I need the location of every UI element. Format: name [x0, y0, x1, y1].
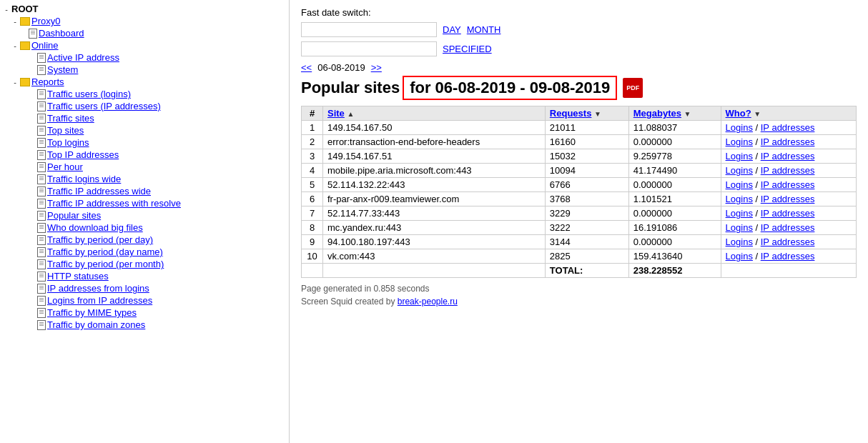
date-input-1[interactable]	[301, 22, 437, 37]
requests-sort-link[interactable]: Requests	[550, 108, 592, 119]
proxy-label[interactable]: Proxy0	[31, 16, 60, 26]
row-num: 7	[302, 206, 323, 221]
sidebar-item-traffic-sites[interactable]: Traffic sites	[0, 112, 289, 124]
sidebar-item-top-ip[interactable]: Top IP addresses	[0, 149, 289, 161]
sidebar-label[interactable]: IP addresses from logins	[47, 283, 149, 294]
specified-link[interactable]: SPECIFIED	[443, 44, 492, 54]
ip-addresses-link[interactable]: IP addresses	[761, 251, 815, 262]
sidebar-item-http-statuses[interactable]: HTTP statuses	[0, 270, 289, 282]
ip-addresses-link[interactable]: IP addresses	[761, 237, 815, 247]
sidebar-label[interactable]: Who download big files	[47, 222, 143, 233]
logins-link[interactable]: Logins	[726, 122, 753, 133]
ip-addresses-link[interactable]: IP addresses	[761, 151, 815, 161]
sidebar-label[interactable]: Traffic by period (per day)	[47, 234, 153, 245]
sidebar-item-active-ip[interactable]: Active IP address	[0, 51, 289, 64]
sidebar-item-traffic-period-day[interactable]: Traffic by period (per day)	[0, 234, 289, 246]
sidebar-item-system[interactable]: System	[0, 64, 289, 76]
logins-link[interactable]: Logins	[726, 165, 753, 176]
sidebar-label[interactable]: Traffic users (logins)	[47, 89, 131, 99]
logins-link[interactable]: Logins	[726, 208, 753, 219]
sidebar-label[interactable]: Traffic IP addresses wide	[47, 186, 151, 196]
month-link[interactable]: MONTH	[467, 24, 501, 35]
sidebar-label[interactable]: Traffic by period (per month)	[47, 259, 164, 269]
prev-link[interactable]: <<	[301, 62, 312, 73]
sidebar-label[interactable]: Traffic by period (day name)	[47, 247, 163, 257]
date-input-2[interactable]	[301, 41, 437, 56]
sidebar-item-traffic-users-logins[interactable]: Traffic users (logins)	[0, 88, 289, 100]
sidebar-item-domain-zones[interactable]: Traffic by domain zones	[0, 319, 289, 331]
root-label[interactable]: ROOT	[11, 4, 39, 14]
sidebar-label[interactable]: Traffic users (IP addresses)	[47, 101, 161, 111]
col-requests[interactable]: Requests ▼	[545, 106, 628, 121]
sidebar-item-traffic-ip-resolve[interactable]: Traffic IP addresses with resolve	[0, 197, 289, 209]
sidebar-item-online[interactable]: - Online	[0, 39, 289, 51]
sidebar-label[interactable]: Online	[31, 40, 59, 51]
sidebar-item-proxy[interactable]: - Proxy0	[0, 15, 289, 27]
sidebar-label[interactable]: Traffic sites	[47, 113, 94, 124]
next-link[interactable]: >>	[371, 62, 382, 73]
who-sort-link[interactable]: Who?	[726, 108, 751, 119]
sidebar-label[interactable]: Top IP addresses	[47, 149, 119, 160]
footer-link[interactable]: break-people.ru	[398, 297, 458, 307]
logins-link[interactable]: Logins	[726, 251, 753, 262]
ip-addresses-link[interactable]: IP addresses	[761, 122, 815, 133]
ip-addresses-link[interactable]: IP addresses	[761, 208, 815, 219]
col-megabytes[interactable]: Megabytes ▼	[628, 106, 721, 121]
ip-addresses-link[interactable]: IP addresses	[761, 179, 815, 190]
sidebar-item-who-download[interactable]: Who download big files	[0, 222, 289, 234]
sidebar-label[interactable]: Traffic by domain zones	[47, 319, 145, 330]
toggle-reports[interactable]: -	[11, 78, 19, 86]
day-link[interactable]: DAY	[443, 24, 461, 35]
toggle-proxy[interactable]: -	[11, 17, 19, 26]
ip-addresses-link[interactable]: IP addresses	[761, 222, 815, 233]
logins-link[interactable]: Logins	[726, 179, 753, 190]
sidebar-item-ip-from-logins[interactable]: IP addresses from logins	[0, 282, 289, 294]
sidebar-label[interactable]: Traffic by MIME types	[47, 307, 137, 318]
table-row: 9 94.100.180.197:443 3144 0.000000 Login…	[302, 235, 857, 249]
row-site: error:transaction-end-before-headers	[323, 135, 546, 149]
sidebar-label[interactable]: System	[47, 64, 78, 75]
col-site[interactable]: Site ▲	[323, 106, 546, 121]
sidebar-item-logins-from-ip[interactable]: Logins from IP addresses	[0, 294, 289, 307]
row-site: 94.100.180.197:443	[323, 235, 546, 249]
sidebar-label[interactable]: Traffic IP addresses with resolve	[47, 198, 181, 209]
site-sort-link[interactable]: Site	[327, 108, 345, 119]
sidebar-item-root[interactable]: - ROOT	[0, 3, 289, 15]
sidebar-item-traffic-period-month[interactable]: Traffic by period (per month)	[0, 258, 289, 270]
sidebar-item-traffic-ip-wide[interactable]: Traffic IP addresses wide	[0, 185, 289, 197]
logins-link[interactable]: Logins	[726, 194, 753, 204]
sidebar-item-mime-types[interactable]: Traffic by MIME types	[0, 307, 289, 319]
sidebar-item-traffic-users-ip[interactable]: Traffic users (IP addresses)	[0, 100, 289, 112]
sidebar-item-popular-sites[interactable]: Popular sites	[0, 209, 289, 222]
ip-addresses-link[interactable]: IP addresses	[761, 136, 815, 147]
sidebar-label[interactable]: Top sites	[47, 125, 84, 136]
sidebar-item-per-hour[interactable]: Per hour	[0, 161, 289, 173]
sidebar-label[interactable]: Popular sites	[47, 210, 101, 221]
logins-link[interactable]: Logins	[726, 136, 753, 147]
sidebar-item-dashboard[interactable]: Dashboard	[0, 27, 289, 39]
pdf-icon[interactable]: PDF	[623, 78, 643, 98]
sidebar-label[interactable]: HTTP statuses	[47, 271, 109, 282]
sidebar-item-reports[interactable]: - Reports	[0, 76, 289, 88]
ip-addresses-link[interactable]: IP addresses	[761, 165, 815, 176]
logins-link[interactable]: Logins	[726, 237, 753, 247]
sidebar-item-top-sites[interactable]: Top sites	[0, 124, 289, 136]
sidebar-label[interactable]: Dashboard	[39, 28, 84, 39]
sidebar-label[interactable]: Traffic logins wide	[47, 174, 121, 184]
col-who[interactable]: Who? ▼	[721, 106, 856, 121]
sidebar-item-traffic-logins-wide[interactable]: Traffic logins wide	[0, 173, 289, 185]
logins-link[interactable]: Logins	[726, 151, 753, 161]
sidebar-label[interactable]: Reports	[31, 76, 64, 87]
sidebar-label[interactable]: Per hour	[47, 161, 83, 172]
megabytes-sort-link[interactable]: Megabytes	[633, 108, 681, 119]
logins-link[interactable]: Logins	[726, 222, 753, 233]
ip-addresses-link[interactable]: IP addresses	[761, 194, 815, 204]
sidebar-label[interactable]: Active IP address	[47, 52, 119, 63]
sidebar-label[interactable]: Logins from IP addresses	[47, 295, 152, 306]
sidebar-item-top-logins[interactable]: Top logins	[0, 136, 289, 149]
toggle-root[interactable]: -	[3, 5, 10, 14]
sidebar-item-traffic-period-dayname[interactable]: Traffic by period (day name)	[0, 246, 289, 258]
sidebar-label[interactable]: Top logins	[47, 137, 89, 148]
folder-icon	[20, 41, 30, 50]
toggle-online[interactable]: -	[11, 41, 19, 50]
